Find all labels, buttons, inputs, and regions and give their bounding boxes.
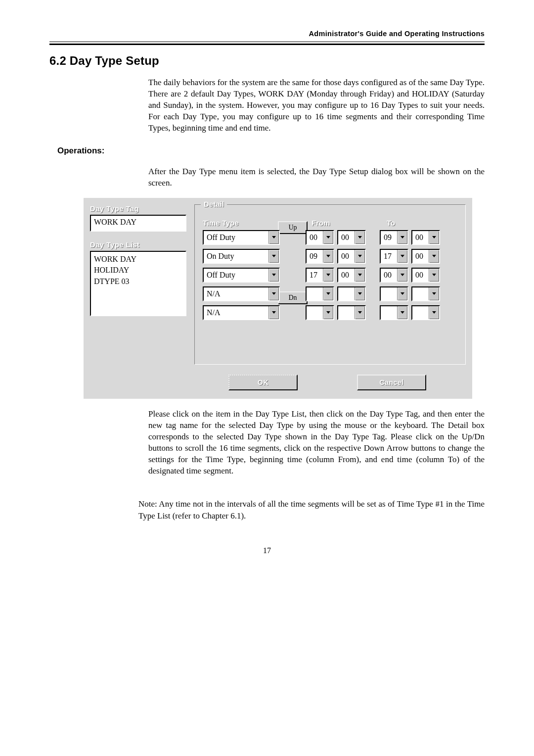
time-segment-row: N/A [203, 286, 457, 301]
chevron-down-icon[interactable] [323, 231, 333, 244]
chevron-down-icon[interactable] [355, 287, 365, 300]
list-item[interactable]: HOLIDAY [94, 265, 182, 276]
chevron-down-icon[interactable] [323, 250, 333, 263]
to-min-select[interactable]: 00 [411, 230, 440, 245]
time-type-select[interactable]: Off Duty [203, 230, 280, 245]
page-number: 17 [49, 546, 485, 555]
to-min-select[interactable] [411, 286, 440, 301]
from-min-select[interactable] [337, 286, 366, 301]
note-paragraph: Note: Any time not in the intervals of a… [138, 498, 485, 521]
from-hour-select[interactable]: 09 [306, 249, 334, 264]
to-hour-select[interactable] [380, 305, 408, 320]
running-header: Administrator's Guide and Operating Inst… [49, 30, 485, 42]
day-type-tag-label: Day Type Tag [90, 204, 186, 213]
time-segment-row: Off Duty 00 00 09 00 [203, 230, 457, 245]
chevron-down-icon[interactable] [268, 231, 279, 244]
chevron-down-icon[interactable] [397, 250, 407, 263]
to-min-select[interactable] [411, 305, 440, 320]
to-hour-select[interactable]: 09 [380, 230, 408, 245]
chevron-down-icon[interactable] [397, 231, 407, 244]
chevron-down-icon[interactable] [268, 250, 279, 263]
from-min-select[interactable] [337, 305, 366, 320]
list-item[interactable]: WORK DAY [94, 254, 182, 265]
day-type-setup-dialog: Day Type Tag WORK DAY Day Type List WORK… [83, 197, 473, 399]
chevron-down-icon[interactable] [429, 250, 439, 263]
time-type-select[interactable]: Off Duty [203, 268, 280, 283]
from-hour-select[interactable] [306, 305, 334, 320]
from-min-select[interactable]: 00 [337, 230, 366, 245]
from-min-select[interactable]: 00 [337, 268, 366, 283]
intro-paragraph: The daily behaviors for the system are t… [148, 77, 485, 134]
time-type-select[interactable]: N/A [203, 305, 280, 320]
section-title: 6.2 Day Type Setup [49, 54, 485, 68]
header-rule [49, 42, 485, 45]
time-segment-row: On Duty 09 00 17 00 [203, 249, 457, 264]
cancel-button[interactable]: Cancel [357, 375, 426, 390]
to-min-select[interactable]: 00 [411, 268, 440, 283]
chevron-down-icon[interactable] [323, 306, 333, 319]
detail-groupbox: Detail Time Type From To Up Dn [194, 204, 466, 365]
chevron-down-icon[interactable] [429, 231, 439, 244]
chevron-down-icon[interactable] [355, 306, 365, 319]
chevron-down-icon[interactable] [397, 269, 407, 282]
instructions-paragraph: Please click on the item in the Day Type… [148, 408, 485, 477]
chevron-down-icon[interactable] [355, 231, 365, 244]
chevron-down-icon[interactable] [323, 269, 333, 282]
from-min-select[interactable]: 00 [337, 249, 366, 264]
to-header: To [387, 219, 457, 227]
ok-button[interactable]: OK [228, 375, 298, 390]
to-min-select[interactable]: 00 [411, 249, 440, 264]
time-type-select[interactable]: On Duty [203, 249, 280, 264]
day-type-tag-input[interactable]: WORK DAY [90, 215, 186, 232]
time-type-header: Time Type [203, 219, 286, 227]
chevron-down-icon[interactable] [429, 287, 439, 300]
chevron-down-icon[interactable] [397, 287, 407, 300]
day-type-list-label: Day Type List [90, 240, 186, 249]
chevron-down-icon[interactable] [268, 306, 279, 319]
chevron-down-icon[interactable] [355, 250, 365, 263]
detail-legend: Detail [201, 200, 227, 208]
chevron-down-icon[interactable] [268, 287, 279, 300]
chevron-down-icon[interactable] [323, 287, 333, 300]
chevron-down-icon[interactable] [397, 306, 407, 319]
from-hour-select[interactable]: 17 [306, 268, 334, 283]
operations-paragraph: After the Day Type menu item is selected… [148, 166, 485, 189]
chevron-down-icon[interactable] [429, 269, 439, 282]
from-header: From [312, 219, 387, 227]
chevron-down-icon[interactable] [355, 269, 365, 282]
to-hour-select[interactable]: 17 [380, 249, 408, 264]
time-segment-row: N/A [203, 305, 457, 320]
chevron-down-icon[interactable] [268, 269, 279, 282]
time-type-select[interactable]: N/A [203, 286, 280, 301]
chevron-down-icon[interactable] [429, 306, 439, 319]
from-hour-select[interactable]: 00 [306, 230, 334, 245]
from-hour-select[interactable] [306, 286, 334, 301]
time-segment-row: Off Duty 17 00 00 00 [203, 268, 457, 283]
to-hour-select[interactable] [380, 286, 408, 301]
to-hour-select[interactable]: 00 [380, 268, 408, 283]
list-item[interactable]: DTYPE 03 [94, 276, 182, 287]
day-type-list[interactable]: WORK DAY HOLIDAY DTYPE 03 [90, 251, 186, 316]
operations-heading: Operations: [57, 146, 485, 156]
